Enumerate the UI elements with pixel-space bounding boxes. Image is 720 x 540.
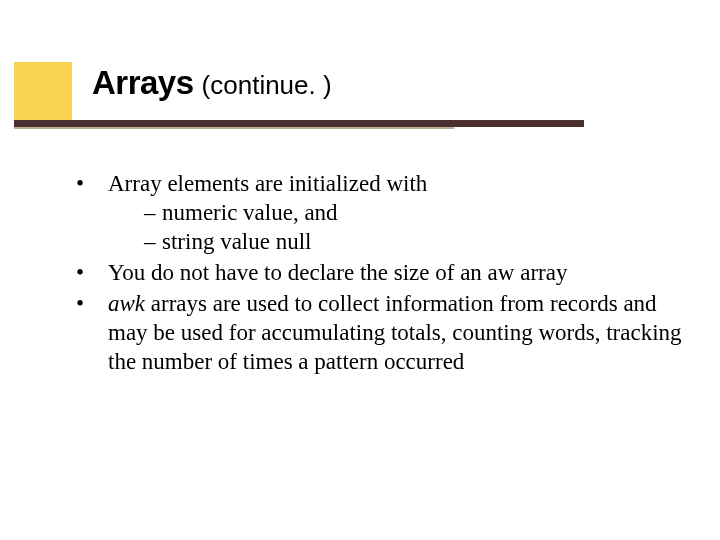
- list-item: You do not have to declare the size of a…: [68, 259, 683, 288]
- title-suffix: (continue. ): [202, 70, 332, 100]
- slide-header: Arrays(continue. ): [0, 0, 720, 140]
- bullet-italic: awk: [108, 291, 145, 316]
- list-item: Array elements are initialized with nume…: [68, 170, 683, 257]
- header-rule-dark: [14, 120, 584, 127]
- list-item: awk arrays are used to collect informati…: [68, 290, 683, 377]
- sub-item: string value null: [144, 228, 683, 257]
- header-rule-light: [14, 127, 454, 129]
- bullet-text: arrays are used to collect information f…: [108, 291, 682, 374]
- sub-text: string value null: [162, 229, 311, 254]
- title-main: Arrays: [92, 64, 194, 101]
- bullet-list: Array elements are initialized with nume…: [68, 170, 683, 377]
- slide-title: Arrays(continue. ): [92, 64, 332, 102]
- sub-text: numeric value, and: [162, 200, 338, 225]
- decorative-square: [14, 62, 72, 120]
- sub-list: numeric value, and string value null: [108, 199, 683, 257]
- sub-item: numeric value, and: [144, 199, 683, 228]
- slide: Arrays(continue. ) Array elements are in…: [0, 0, 720, 540]
- bullet-text: You do not have to declare the size of a…: [108, 260, 567, 285]
- bullet-text: Array elements are initialized with: [108, 171, 427, 196]
- slide-body: Array elements are initialized with nume…: [68, 170, 683, 379]
